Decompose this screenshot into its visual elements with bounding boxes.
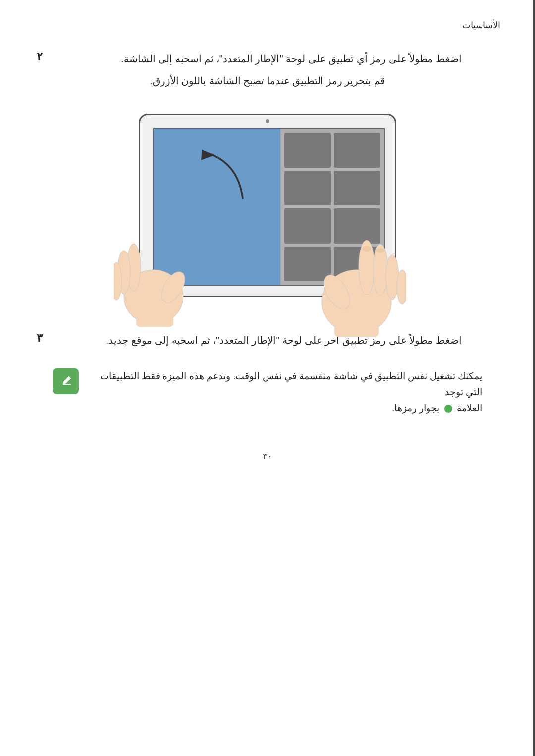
app-icon-3 — [334, 171, 380, 206]
app-icon-4 — [284, 171, 331, 206]
svg-point-9 — [376, 248, 384, 253]
step-3-number: ٣ — [30, 332, 50, 345]
step-3-row: اضغط مطولاً على رمز تطبيق آخر على لوحة "… — [30, 332, 505, 349]
step-2-number: ٢ — [30, 50, 50, 63]
note-icon — [53, 368, 79, 394]
page-number: ٣٠ — [30, 451, 505, 462]
svg-point-8 — [362, 246, 371, 252]
illustration-container — [94, 104, 441, 317]
step-2-text: اضغط مطولاً على رمز أي تطبيق على لوحة "ا… — [55, 50, 462, 67]
note-line-3-text: بجوار رمزها. — [392, 403, 440, 413]
note-line-1: يمكنك تشغيل نفس التطبيق في شاشة منقسمة ف… — [86, 368, 482, 401]
note-line-2-label: العلامة — [457, 403, 482, 413]
app-icon-2 — [284, 133, 331, 168]
hand-right — [307, 228, 406, 337]
page-number-text: ٣٠ — [263, 452, 272, 461]
note-text: يمكنك تشغيل نفس التطبيق في شاشة منقسمة ف… — [86, 368, 482, 416]
app-icon-1 — [334, 133, 380, 168]
note-line-2: العلامة بجوار رمزها. — [86, 401, 482, 416]
tablet-camera — [266, 119, 269, 123]
step-2-row: اضغط مطولاً على رمز أي تطبيق على لوحة "ا… — [30, 50, 505, 67]
hand-left — [114, 228, 193, 327]
step-2-subtext: قم بتحرير رمز التطبيق عندما تصبح الشاشة … — [30, 72, 505, 89]
header-label: الأساسيات — [462, 20, 500, 30]
drag-arrow — [168, 134, 258, 223]
note-icon-svg — [58, 373, 74, 389]
page-container: الأساسيات اضغط مطولاً على رمز أي تطبيق ع… — [0, 0, 535, 756]
note-box: يمكنك تشغيل نفس التطبيق في شاشة منقسمة ف… — [30, 363, 505, 421]
svg-point-5 — [397, 270, 406, 304]
step-3-section: اضغط مطولاً على رمز تطبيق آخر على لوحة "… — [30, 332, 505, 349]
page-header: الأساسيات — [30, 20, 505, 31]
tablet-illustration — [99, 104, 436, 317]
svg-marker-0 — [198, 147, 213, 160]
svg-rect-7 — [334, 322, 379, 337]
svg-rect-15 — [136, 314, 173, 327]
green-dot-icon — [444, 405, 452, 413]
step-2-section: اضغط مطولاً على رمز أي تطبيق على لوحة "ا… — [30, 50, 505, 89]
